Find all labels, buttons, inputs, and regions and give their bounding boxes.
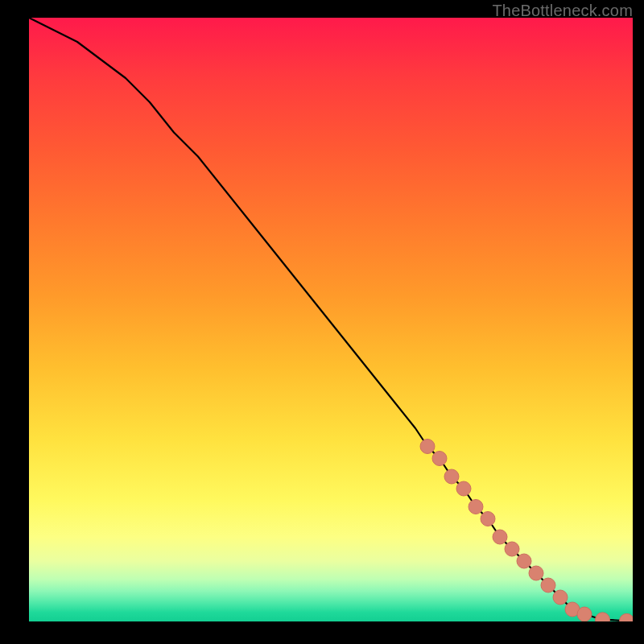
marker-dot [432,452,447,466]
marker-dot [481,512,495,526]
bottleneck-curve [29,18,633,621]
chart-stage: TheBottleneck.com [0,0,644,644]
marker-dot [505,542,519,556]
curve-svg [29,18,633,621]
marker-dot [469,500,483,514]
marker-dot [596,613,610,621]
marker-dot [517,554,531,568]
plot-area [29,18,633,621]
marker-dot [529,566,543,580]
marker-dot [577,607,592,621]
marker-dot [553,590,568,605]
marker-dot [420,440,435,454]
marker-dot [456,481,471,496]
marker-dot [493,530,507,544]
marker-dot [444,469,459,484]
marker-dot [620,613,634,621]
marker-dot [541,578,555,592]
curve-markers [420,440,633,622]
